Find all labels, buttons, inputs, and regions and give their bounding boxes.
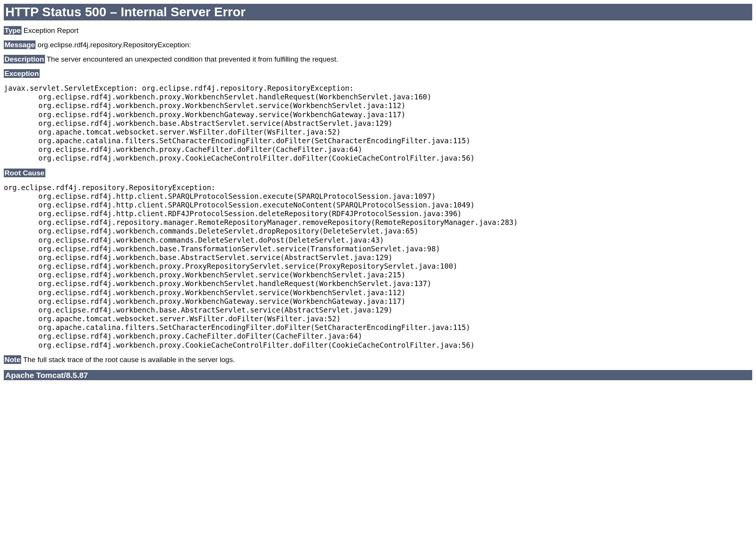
description-value: The server encountered an unexpected con… <box>45 55 338 63</box>
type-label: Type <box>4 26 22 35</box>
note-value: The full stack trace of the root cause i… <box>21 356 235 364</box>
page-title: HTTP Status 500 – Internal Server Error <box>4 4 752 20</box>
root-cause-heading: Root Cause <box>4 169 752 177</box>
note-label: Note <box>4 355 21 364</box>
description-line: Description The server encountered an un… <box>4 55 752 63</box>
message-label: Message <box>4 40 35 49</box>
description-label: Description <box>4 55 45 63</box>
exception-stack-trace: javax.servlet.ServletException: org.ecli… <box>4 84 752 163</box>
exception-label: Exception <box>4 69 40 78</box>
message-value: org.eclipse.rdf4j.repository.RepositoryE… <box>35 41 191 49</box>
server-info: Apache Tomcat/8.5.87 <box>4 370 752 380</box>
type-value: Exception Report <box>22 26 79 34</box>
exception-heading: Exception <box>4 70 752 78</box>
divider <box>4 20 752 20</box>
note-line: Note The full stack trace of the root ca… <box>4 356 752 364</box>
root-cause-label: Root Cause <box>4 169 45 177</box>
type-line: Type Exception Report <box>4 26 752 35</box>
message-line: Message org.eclipse.rdf4j.repository.Rep… <box>4 41 752 49</box>
root-cause-stack-trace: org.eclipse.rdf4j.repository.RepositoryE… <box>4 183 752 350</box>
